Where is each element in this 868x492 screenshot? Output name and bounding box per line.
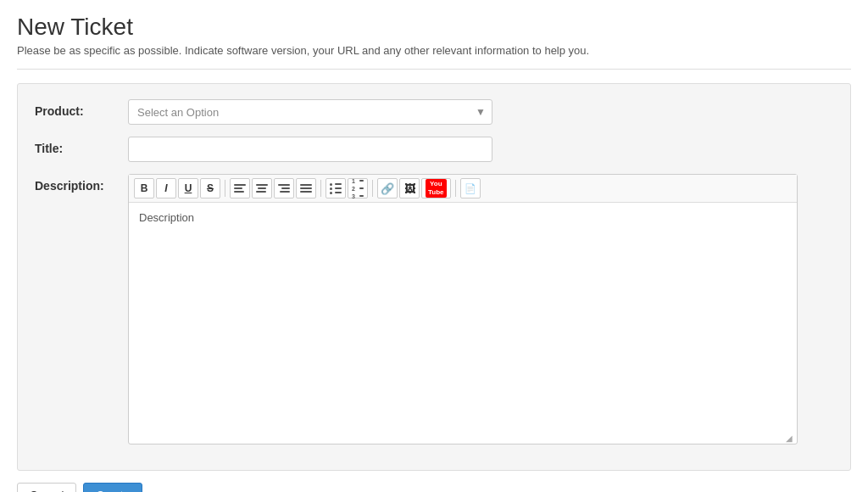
resize-icon: ◢ (786, 433, 794, 442)
strikethrough-button[interactable]: S (200, 178, 220, 198)
text-format-group: B I U S (134, 178, 220, 198)
ordered-list-button[interactable]: 1 2 3 (348, 178, 368, 198)
create-button[interactable]: Create (83, 483, 142, 492)
italic-button[interactable]: I (156, 178, 176, 198)
title-control-wrap (128, 137, 833, 162)
description-placeholder-text: Description (139, 211, 194, 224)
bold-button[interactable]: B (134, 178, 154, 198)
underline-button[interactable]: U (178, 178, 198, 198)
separator-4 (455, 180, 456, 197)
title-label: Title: (35, 137, 128, 155)
page-title: New Ticket (17, 14, 851, 41)
align-right-icon (278, 184, 290, 193)
form-actions: Cancel Create (17, 483, 851, 492)
product-row: Product: Select an Option ▼ (35, 99, 833, 125)
cancel-button[interactable]: Cancel (17, 483, 76, 492)
title-row: Title: (35, 137, 833, 162)
youtube-icon: YouTube (426, 179, 447, 197)
align-left-button[interactable] (230, 178, 250, 198)
editor-body[interactable]: Description (129, 203, 797, 432)
editor-resize-handle: ◢ (129, 432, 797, 444)
align-right-button[interactable] (274, 178, 294, 198)
product-select[interactable]: Select an Option (128, 99, 492, 125)
page-subtitle: Please be as specific as possible. Indic… (17, 44, 851, 57)
product-label: Product: (35, 99, 128, 118)
align-justify-button[interactable] (296, 178, 316, 198)
align-group (230, 178, 316, 198)
image-icon: 🖼 (404, 182, 415, 195)
source-button[interactable]: 📄 (460, 178, 481, 198)
separator-1 (225, 180, 225, 197)
title-input[interactable] (128, 137, 492, 162)
link-icon: 🔗 (381, 182, 394, 195)
align-center-icon (256, 184, 268, 193)
description-control-wrap: B I U S (128, 174, 833, 444)
ordered-list-icon: 1 2 3 (352, 178, 364, 199)
source-group: 📄 (460, 178, 481, 198)
description-label: Description: (35, 174, 128, 193)
youtube-button[interactable]: YouTube (421, 178, 451, 198)
page-wrapper: New Ticket Please be as specific as poss… (0, 0, 868, 492)
separator-2 (320, 180, 321, 197)
unordered-list-button[interactable] (326, 178, 346, 198)
editor-toolbar: B I U S (129, 175, 797, 203)
link-button[interactable]: 🔗 (377, 178, 398, 198)
unordered-list-icon (330, 183, 342, 194)
separator-3 (372, 180, 373, 197)
form-area: Product: Select an Option ▼ Title: Descr… (17, 83, 851, 471)
align-left-icon (234, 184, 246, 193)
align-center-button[interactable] (252, 178, 272, 198)
divider (17, 69, 851, 70)
image-button[interactable]: 🖼 (399, 178, 420, 198)
product-control-wrap: Select an Option ▼ (128, 99, 833, 125)
product-select-wrapper: Select an Option ▼ (128, 99, 492, 125)
source-icon: 📄 (465, 183, 476, 194)
description-row: Description: B I U S (35, 174, 833, 444)
editor-container: B I U S (128, 174, 798, 444)
media-group: 🔗 🖼 YouTube (377, 178, 451, 198)
align-justify-icon (300, 184, 312, 193)
list-group: 1 2 3 (326, 178, 368, 198)
